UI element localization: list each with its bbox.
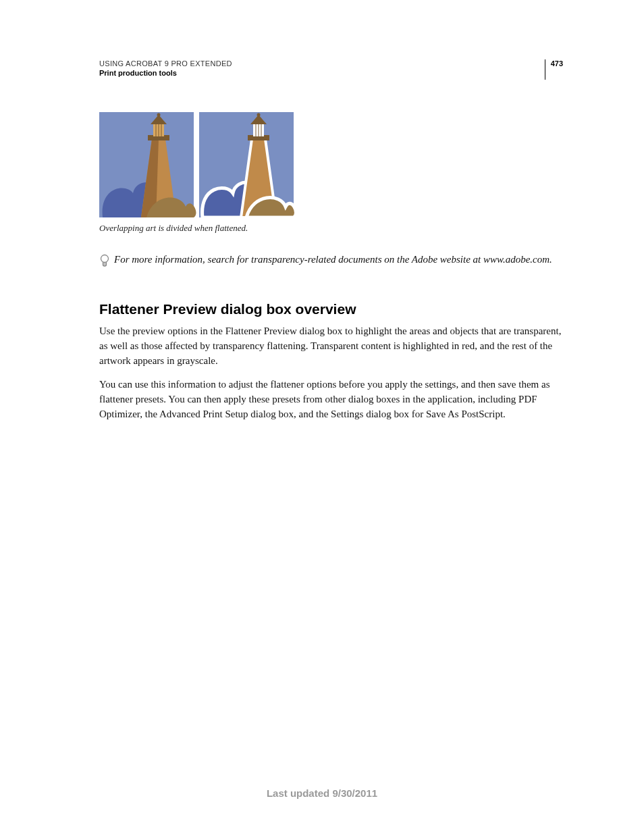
page-number: 473 bbox=[551, 59, 563, 68]
lighthouse-illustration bbox=[99, 112, 295, 217]
svg-point-9 bbox=[157, 113, 161, 117]
document-title: USING ACROBAT 9 PRO EXTENDED bbox=[99, 59, 232, 68]
page-header: USING ACROBAT 9 PRO EXTENDED Print produ… bbox=[99, 59, 563, 80]
body-paragraph-1: Use the preview options in the Flattener… bbox=[99, 324, 563, 368]
heading-flattener-preview: Flattener Preview dialog box overview bbox=[99, 301, 563, 317]
tip-text: For more information, search for transpa… bbox=[114, 253, 552, 267]
header-left: USING ACROBAT 9 PRO EXTENDED Print produ… bbox=[99, 59, 232, 77]
section-title: Print production tools bbox=[99, 69, 232, 77]
body-paragraph-2: You can use this information to adjust t… bbox=[99, 377, 563, 421]
tip-row: For more information, search for transpa… bbox=[99, 253, 563, 271]
svg-point-18 bbox=[257, 113, 261, 117]
lightbulb-icon bbox=[99, 254, 110, 271]
document-page: USING ACROBAT 9 PRO EXTENDED Print produ… bbox=[0, 0, 644, 422]
figure-caption: Overlapping art is divided when flattene… bbox=[99, 223, 563, 234]
page-footer: Last updated 9/30/2011 bbox=[0, 787, 644, 799]
page-number-wrap: 473 bbox=[545, 59, 563, 80]
figure-lighthouse bbox=[99, 112, 563, 217]
svg-point-19 bbox=[101, 255, 109, 263]
